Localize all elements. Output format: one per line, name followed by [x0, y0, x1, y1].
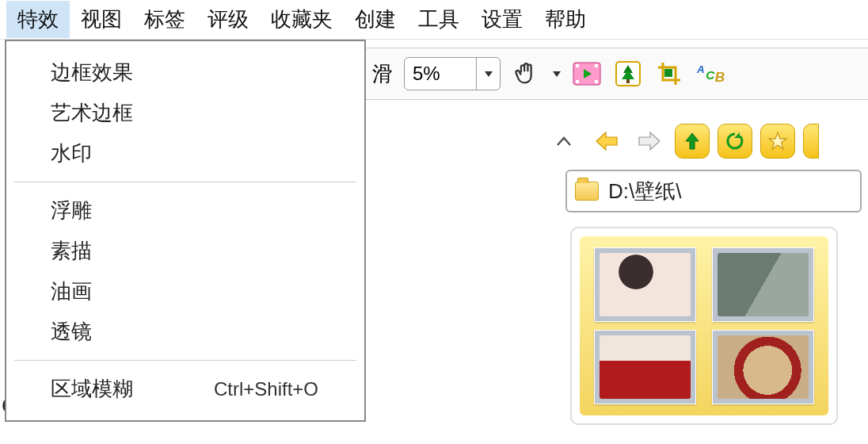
svg-text:C: C	[706, 68, 715, 82]
scroll-up-button[interactable]	[546, 124, 581, 159]
mi-sketch[interactable]: 素描	[6, 231, 364, 271]
abc-text-icon[interactable]: ACB	[695, 59, 725, 89]
svg-marker-17	[734, 132, 740, 138]
mi-art-border[interactable]: 艺术边框	[6, 93, 364, 133]
thumbnail-image	[600, 253, 691, 316]
thumbnail-item[interactable]	[712, 247, 814, 322]
zoom-combo[interactable]: 5%	[404, 57, 501, 90]
folder-up-button[interactable]	[675, 124, 710, 159]
slide-label: 滑	[372, 60, 393, 88]
svg-text:A: A	[696, 63, 705, 75]
svg-rect-1	[576, 64, 579, 67]
mi-border-effect[interactable]: 边框效果	[6, 52, 364, 93]
menu-tags[interactable]: 标签	[133, 1, 196, 38]
zoom-value[interactable]: 5%	[405, 63, 476, 85]
mi-label: 浮雕	[51, 197, 92, 224]
menu-effects[interactable]: 特效	[6, 1, 70, 38]
svg-marker-14	[596, 132, 617, 150]
filmstrip-play-icon[interactable]	[572, 59, 602, 89]
chevron-down-icon	[485, 71, 493, 77]
svg-rect-10	[664, 69, 672, 77]
pan-hand-icon[interactable]	[512, 59, 542, 89]
menu-create[interactable]: 创建	[344, 1, 407, 38]
mi-region-blur[interactable]: 区域模糊 Ctrl+Shift+O	[6, 369, 364, 409]
mi-label: 油画	[51, 278, 92, 305]
thumbnail-image	[718, 335, 809, 399]
mi-label: 区域模糊	[51, 375, 133, 403]
mi-label: 透镜	[51, 318, 92, 346]
crop-icon[interactable]	[654, 59, 684, 89]
favorite-button[interactable]	[760, 124, 795, 159]
mi-lens[interactable]: 透镜	[6, 312, 364, 352]
thumbnail-item[interactable]	[594, 247, 696, 322]
thumbnail-image	[718, 253, 809, 316]
menu-separator	[14, 182, 356, 182]
thumbnail-image	[600, 335, 691, 399]
mi-label: 水印	[51, 140, 92, 167]
mi-watermark[interactable]: 水印	[6, 133, 364, 174]
mi-label: 边框效果	[51, 59, 133, 86]
zoom-dropdown-button[interactable]	[476, 57, 500, 90]
nav-row	[539, 119, 868, 163]
svg-rect-2	[576, 80, 579, 83]
effects-dropdown: 边框效果 艺术边框 水印 浮雕 素描 油画 透镜 区域模糊 Ctrl+Shift…	[5, 40, 366, 422]
menu-fav[interactable]: 收藏夹	[260, 1, 344, 38]
toolbar: 滑 5% ACB	[366, 48, 868, 100]
svg-marker-15	[639, 132, 660, 150]
menu-view[interactable]: 视图	[70, 1, 133, 38]
menu-separator	[14, 360, 356, 361]
pan-dropdown-icon[interactable]	[553, 71, 561, 77]
nav-more-button[interactable]	[803, 124, 819, 159]
menu-rating[interactable]: 评级	[196, 1, 260, 38]
menu-tools[interactable]: 工具	[407, 1, 470, 38]
path-text: D:\壁纸\	[608, 178, 681, 205]
svg-marker-16	[686, 133, 699, 149]
thumbnail-grid	[580, 236, 828, 415]
svg-rect-4	[595, 80, 598, 83]
svg-rect-9	[626, 79, 630, 83]
svg-marker-18	[769, 132, 786, 149]
path-bar[interactable]: D:\壁纸\	[565, 170, 862, 212]
svg-text:B: B	[715, 70, 725, 85]
mi-label: 艺术边框	[51, 99, 133, 127]
chevron-down-icon	[553, 71, 561, 77]
thumbnail-item[interactable]	[594, 330, 696, 404]
mi-shortcut: Ctrl+Shift+O	[214, 378, 341, 400]
mi-label: 素描	[51, 237, 92, 265]
menu-settings[interactable]: 设置	[470, 1, 534, 38]
refresh-button[interactable]	[718, 124, 752, 159]
svg-rect-3	[595, 64, 598, 67]
mi-emboss[interactable]: 浮雕	[6, 190, 364, 231]
menubar: 特效 视图 标签 评级 收藏夹 创建 工具 设置 帮助	[0, 0, 868, 40]
thumbnail-panel	[570, 227, 838, 425]
thumbnail-item[interactable]	[712, 330, 814, 404]
menu-help[interactable]: 帮助	[534, 1, 597, 38]
mi-oilpaint[interactable]: 油画	[6, 271, 364, 312]
forward-button[interactable]	[632, 124, 667, 159]
folder-icon	[575, 182, 599, 201]
back-button[interactable]	[589, 124, 624, 159]
tree-image-icon[interactable]	[613, 59, 643, 89]
